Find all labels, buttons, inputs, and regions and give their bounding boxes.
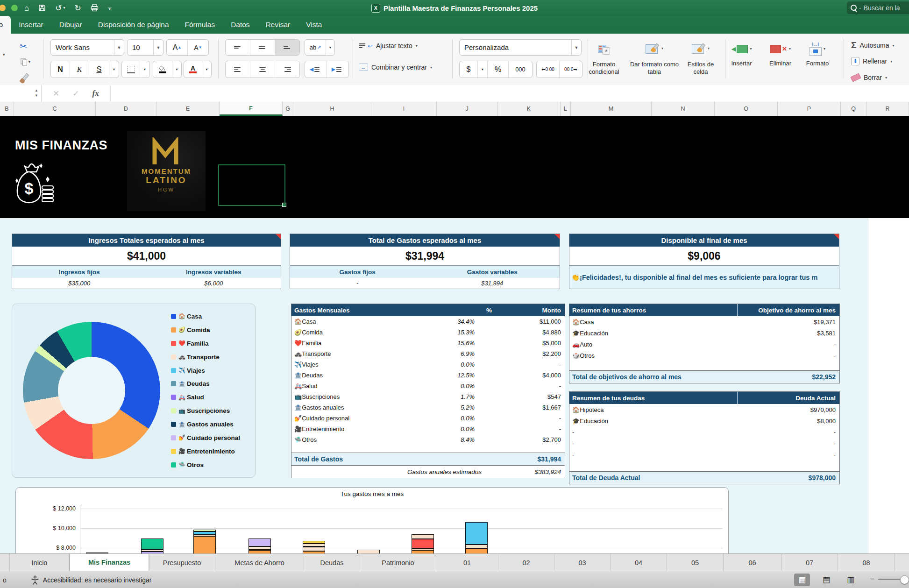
column-header-N[interactable]: N [652,102,715,116]
ribbon-tab-revisar[interactable]: Revisar [258,16,298,34]
card-value[interactable]: $41,000 [12,247,281,266]
format-cells-button[interactable]: I↔I ▾ Formato [794,38,841,67]
expense-row-suscripciones[interactable]: 📺Suscripciones1.7%$547 [291,391,565,402]
expenses-total-row[interactable]: Total de Gastos$31,994 [291,453,565,465]
ribbon-tab-dibujar[interactable]: Dibujar [51,16,90,34]
column-header-B[interactable]: B [0,102,14,116]
ribbon-tab-fórmulas[interactable]: Fórmulas [177,16,223,34]
expenses-annual-row[interactable]: Gastos anuales estimados$383,924 [291,465,565,478]
zoom-out-button[interactable]: − [870,575,874,583]
card-subvalue[interactable]: $6,000 [147,278,281,289]
shrink-font-button[interactable]: A▼ [188,40,208,55]
sheet-tab-scroll-area[interactable] [0,554,10,571]
confirm-entry-icon[interactable]: ✓ [72,89,79,99]
column-header-E[interactable]: E [156,102,220,116]
column-header-R[interactable]: R [866,102,909,116]
column-header-L[interactable]: L [561,102,571,116]
orientation-button[interactable]: ab↗ ▾ [305,39,335,56]
save-icon[interactable] [38,4,46,12]
increase-decimal-button[interactable]: ⬅0 00 [537,61,560,78]
redo-button[interactable]: ↻ [75,4,81,12]
align-right-button[interactable] [275,61,299,78]
underline-button[interactable]: S [89,61,109,78]
column-header-I[interactable]: I [371,102,437,116]
zoom-window-button[interactable] [11,5,18,11]
customize-quick-access-icon[interactable]: —▾ [108,6,112,10]
card-subvalue[interactable]: $35,000 [12,278,147,289]
debts-row[interactable]: -- [569,438,839,449]
column-header-J[interactable]: J [437,102,497,116]
sheet-tab-01[interactable]: 01 [436,554,498,571]
expense-row-otros[interactable]: 🛸Otros8.4%$2,700 [291,434,565,445]
column-header-M[interactable]: M [571,102,652,116]
fill-handle[interactable] [282,203,286,207]
card-value[interactable]: $31,994 [290,247,560,266]
selected-cell[interactable] [218,164,285,206]
sheet-tab-04[interactable]: 04 [611,554,667,571]
ribbon-tab-insertar[interactable]: Insertar [11,16,51,34]
autosum-button[interactable]: Σ Autosuma▾ [851,40,894,50]
accessibility-status[interactable]: Accesibilidad: es necesario investigar [43,576,152,584]
zoom-slider-knob[interactable] [900,575,909,584]
expense-row-viajes[interactable]: ✈️Viajes0.0%- [291,359,565,370]
sheet-tab-deudas[interactable]: Deudas [304,554,360,571]
sheet-tab-mis-finanzas[interactable]: Mis Finanzas [70,554,149,571]
sheet-tab-03[interactable]: 03 [554,554,611,571]
clear-button[interactable]: Borrar▾ [851,74,887,81]
column-header-G[interactable]: G [283,102,293,116]
column-header-K[interactable]: K [497,102,561,116]
card-subvalue[interactable]: - [290,278,425,289]
align-center-button[interactable] [250,61,275,78]
ribbon-tab-inicio[interactable]: Inicio [0,16,11,34]
search-input[interactable]: ⌄ Buscar en la [847,1,909,14]
undo-button[interactable]: ↺▾ [55,4,65,12]
card-subvalue[interactable]: $31,994 [425,278,560,289]
merge-center-button[interactable]: ↔ Combinar y centrar▾ [359,64,432,71]
paste-dropdown-icon[interactable]: ▾ [3,52,5,57]
name-box-spinner[interactable]: ▲▼ [35,88,38,98]
cell-styles-button[interactable]: ▾ Estilos de celda [680,36,722,76]
align-bottom-button[interactable] [275,40,299,55]
column-header-D[interactable]: D [96,102,156,116]
savings-row[interactable]: 🎓Educación$3,581 [569,327,839,339]
column-header-F[interactable]: F [220,102,283,116]
expense-row-salud[interactable]: 🚑Salud0.0%- [291,381,565,391]
font-color-dropdown-icon[interactable]: ▾ [202,61,211,78]
page-break-view-button[interactable]: ▥ [843,574,859,586]
sheet-tab-05[interactable]: 05 [667,554,724,571]
expense-row-casa[interactable]: 🏠Casa34.4%$11,000 [291,316,565,327]
column-header-Q[interactable]: Q [841,102,866,116]
number-format-select[interactable]: Personalizada▼ [459,39,582,56]
font-color-button[interactable]: A ▾ [184,61,212,78]
page-layout-view-button[interactable]: ▤ [818,574,834,586]
normal-view-button[interactable]: ▦ [794,574,810,586]
wrap-text-button[interactable]: ↩ Ajustar texto▾ [359,42,418,50]
expense-row-entretenimiento[interactable]: 🎥Entretenimiento0.0%- [291,424,565,434]
fill-color-dropdown-icon[interactable]: ▾ [172,61,181,78]
fill-color-button[interactable]: ▾ [153,61,182,78]
copy-dropdown-icon[interactable]: ▾ [28,60,30,64]
borders-dropdown-icon[interactable]: ▾ [140,61,149,78]
sheet-tab-08[interactable]: 08 [838,554,895,571]
increase-indent-button[interactable]: ▶ [327,61,348,78]
insert-function-icon[interactable]: fx [92,89,99,98]
sheet-tab-07[interactable]: 07 [781,554,838,571]
formula-input[interactable] [110,85,909,102]
cut-icon[interactable]: ✂ [20,41,27,52]
sheet-tab-metas-de-ahorro[interactable]: Metas de Ahorro [215,554,304,571]
underline-dropdown-icon[interactable]: ▾ [109,61,119,78]
borders-button[interactable]: ▾ [121,61,150,78]
column-header-C[interactable]: C [14,102,96,116]
copy-icon[interactable] [21,58,28,68]
expense-row-transporte[interactable]: 🚓Transporte6.9%$2,200 [291,348,565,359]
expense-row-deudas[interactable]: 🏦Deudas12.5%$4,000 [291,370,565,381]
savings-total-row[interactable]: Total de objetivos de ahorro al mes$22,9… [569,370,839,383]
cancel-entry-icon[interactable]: ✕ [53,89,59,99]
savings-row[interactable]: 🎲Otros- [569,350,839,361]
expense-row-gastos-anuales[interactable]: 🏦Gastos anuales5.2%$1,667 [291,402,565,413]
italic-button[interactable]: K [70,61,89,78]
name-box[interactable]: ▲▼ [0,85,42,102]
conditional-format-button[interactable]: ≠ ▾ Formato condicional [578,36,630,76]
align-left-button[interactable] [226,61,250,78]
expense-row-comida[interactable]: 🥑Comida15.3%$4,880 [291,327,565,338]
